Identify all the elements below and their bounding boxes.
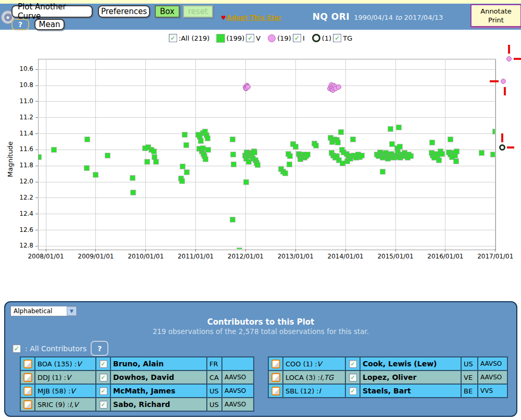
edge-point-i[interactable]: [506, 56, 512, 61]
red-dash-right: [507, 146, 514, 149]
contributor-plot-checkbox-cell: [21, 357, 34, 370]
print-label: Print: [488, 16, 504, 24]
all-contributors-row: ✓ : All Contributors ?: [13, 341, 108, 356]
annotate-label: Annotate: [480, 7, 511, 16]
contributor-include-checkbox[interactable]: ✓: [100, 360, 107, 368]
contributor-include-checkbox-cell: ✓: [96, 385, 110, 397]
edge-point-tg[interactable]: [499, 144, 505, 151]
contributor-org: AAVSO: [478, 357, 507, 370]
contributor-plot-checkbox[interactable]: [271, 373, 280, 382]
edge-markers-layer: [0, 44, 521, 276]
contributor-code: DDJ (1) : V: [35, 371, 95, 384]
all-checkbox[interactable]: ✓: [169, 34, 177, 42]
legend-v-count: (199): [226, 34, 244, 42]
contributor-include-checkbox[interactable]: ✓: [100, 401, 107, 409]
tg-checkbox[interactable]: ✓: [333, 34, 341, 42]
contributor-row: COO (1) : V✓Cook, Lewis (Lew)USAAVSO: [269, 357, 507, 370]
help-button[interactable]: ?: [11, 19, 29, 30]
contributor-plot-checkbox[interactable]: [271, 360, 280, 368]
header-bar: ★ Plot Another Curve Preferences Box res…: [0, 4, 521, 30]
legend-all-label: :All (219): [179, 34, 210, 42]
contributor-row: SRIC (9) : I,V✓Sabo, RichardUSAAVSO: [21, 398, 253, 411]
contributor-name: McMath, James: [111, 385, 206, 397]
contributor-plot-checkbox-cell: [21, 398, 34, 411]
v-checkbox[interactable]: ✓: [246, 34, 254, 42]
contributor-org: VVS: [478, 385, 507, 397]
star-name: NQ ORI: [313, 11, 350, 22]
contributor-include-checkbox[interactable]: ✓: [100, 387, 107, 395]
contributor-plot-checkbox-cell: [21, 385, 34, 397]
red-dash-up: [501, 133, 503, 142]
i-checkbox[interactable]: ✓: [293, 34, 301, 42]
date-from: 1990/04/14: [354, 14, 393, 21]
red-dash-left: [490, 80, 499, 82]
red-dash-down: [504, 87, 506, 95]
contributor-row: BOA (135) : V✓Bruno, AlainFR: [21, 357, 253, 370]
contributor-country: CA: [207, 371, 221, 384]
contributor-row: LOCA (3) : I,TG✓Lopez, OliverVEAAVSO: [269, 371, 507, 384]
reset-button[interactable]: reset: [183, 5, 213, 18]
contributor-plot-checkbox[interactable]: [23, 373, 32, 382]
contributor-plot-checkbox-cell: [269, 357, 282, 370]
contributor-plot-checkbox[interactable]: [23, 360, 32, 368]
seal-star-icon: ★: [4, 14, 12, 21]
adopt-link-text[interactable]: Adopt This Star: [227, 14, 281, 21]
contributor-org: AAVSO: [222, 398, 253, 411]
contributor-country: US: [462, 357, 477, 370]
contributors-table-left: BOA (135) : V✓Bruno, AlainFRDDJ (1) : V✓…: [20, 356, 254, 412]
contributor-plot-checkbox-cell: [269, 371, 282, 384]
legend-tg-count: (1): [322, 34, 331, 42]
to-word: to: [395, 14, 402, 21]
contributor-plot-checkbox-cell: [21, 371, 34, 384]
contributor-code: COO (1) : V: [283, 357, 345, 370]
contributors-table-right: COO (1) : V✓Cook, Lewis (Lew)USAAVSOLOCA…: [268, 356, 508, 398]
contributor-country: VE: [462, 371, 477, 384]
preferences-button[interactable]: Preferences: [98, 5, 150, 18]
all-contributors-checkbox[interactable]: ✓: [13, 344, 21, 353]
contributor-plot-checkbox[interactable]: [23, 387, 32, 396]
contributor-plot-checkbox[interactable]: [23, 400, 32, 409]
chevron-down-icon[interactable]: ▼: [67, 306, 77, 316]
contributor-name: Sabo, Richard: [111, 398, 206, 411]
light-curve-chart: Magnitude U.T.C. Calendar Date 2008/01/0…: [0, 44, 521, 276]
contributor-include-checkbox-cell: ✓: [346, 357, 359, 370]
contributor-include-checkbox-cell: ✓: [96, 398, 110, 411]
contributor-row: DDJ (1) : V✓Dowhos, DavidCAAAVSO: [21, 371, 253, 384]
sort-order-value: Alphabetical: [14, 307, 52, 315]
contributor-include-checkbox[interactable]: ✓: [100, 374, 107, 381]
contributor-include-checkbox[interactable]: ✓: [349, 360, 357, 368]
adopt-this-star-link[interactable]: ♥ Adopt This Star: [221, 14, 281, 21]
date-range: 1990/04/14 to 2017/04/13: [354, 14, 443, 21]
annotate-print-button[interactable]: Annotate Print: [470, 4, 521, 27]
contributor-code: MJB (58) : V: [35, 385, 95, 397]
contributor-plot-checkbox[interactable]: [271, 387, 280, 396]
contributor-code: LOCA (3) : I,TG: [283, 371, 345, 384]
edge-point-i[interactable]: [501, 79, 506, 84]
legend-i: (19) ✓ I: [268, 34, 305, 42]
plot-another-curve-button[interactable]: Plot Another Curve: [11, 5, 93, 18]
contributor-plot-checkbox-cell: [269, 385, 282, 397]
all-contributors-label: : All Contributors: [25, 344, 86, 353]
contributor-name: Lopez, Oliver: [361, 371, 461, 384]
contributor-row: MJB (58) : V✓McMath, JamesUSAAVSO: [21, 385, 253, 397]
red-dash-up: [508, 45, 510, 54]
contributor-org: [222, 357, 253, 370]
date-to: 2017/04/13: [404, 14, 443, 21]
contributor-country: US: [207, 385, 221, 397]
contributor-include-checkbox[interactable]: ✓: [349, 387, 357, 395]
sort-order-select[interactable]: Alphabetical ▼: [10, 306, 77, 316]
contributor-code: BOA (135) : V: [35, 357, 95, 370]
box-button[interactable]: Box: [155, 5, 180, 18]
plot-legend: ✓ :All (219) (199) ✓ V (19) ✓ I (1) ✓ TG: [0, 32, 521, 44]
contributor-name: Bruno, Alain: [111, 357, 206, 370]
mean-button[interactable]: Mean: [34, 19, 65, 30]
red-dash-right: [514, 58, 521, 60]
contributor-include-checkbox-cell: ✓: [346, 385, 359, 397]
open-circle-swatch-icon: [312, 34, 320, 42]
legend-tg: (1) ✓ TG: [312, 34, 352, 42]
contributor-country: BE: [462, 385, 477, 397]
contributors-help-button[interactable]: ?: [91, 341, 108, 356]
contributor-name: Dowhos, David: [111, 371, 206, 384]
contributor-include-checkbox[interactable]: ✓: [349, 374, 357, 381]
legend-v-label: V: [256, 34, 260, 42]
